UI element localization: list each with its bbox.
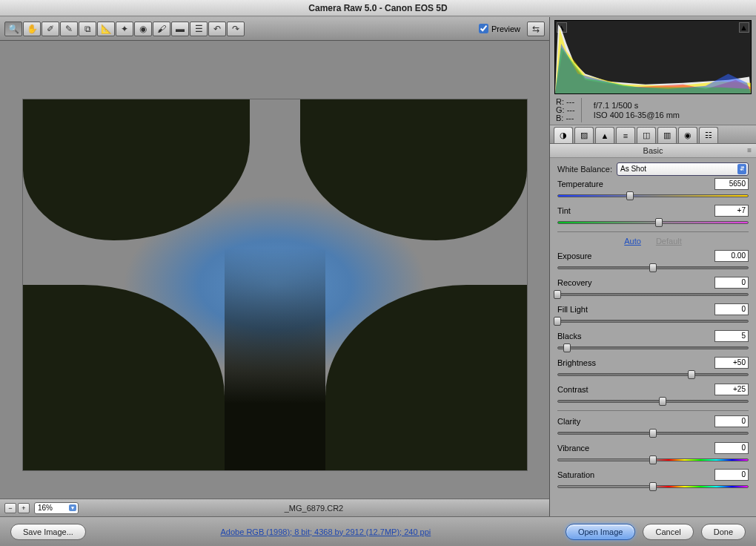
default-link[interactable]: Default [656,237,682,246]
cancel-button[interactable]: Cancel [643,524,693,540]
preview-checkbox-input[interactable] [479,24,488,33]
preferences-tool-icon[interactable]: ☰ [190,22,208,36]
tab-lens-icon[interactable]: ▥ [657,127,677,143]
tab-detail-icon[interactable]: ▲ [595,127,614,143]
contrast-value[interactable]: +25 [714,384,749,395]
white-balance-tool-icon[interactable]: ✐ [42,22,59,36]
hand-tool-icon[interactable]: ✋ [23,22,41,36]
blacks-slider[interactable] [557,343,749,352]
tint-row: Tint+7 [557,205,749,227]
white-balance-select[interactable]: As Shot [617,162,749,176]
image-canvas[interactable] [0,41,549,499]
aperture-shutter: f/7.1 1/500 s [594,101,680,111]
workflow-link[interactable]: Adobe RGB (1998); 8 bit; 4368 by 2912 (1… [221,527,431,536]
zoom-tool-icon[interactable]: 🔍 [4,22,22,36]
red-eye-tool-icon[interactable]: ◉ [134,22,152,36]
brightness-label: Brightness [557,358,596,367]
done-button[interactable]: Done [701,524,746,540]
white-balance-label: White Balance: [557,165,612,174]
clarity-label: Clarity [557,417,580,426]
tab-basic-icon[interactable]: ◑ [554,127,573,143]
color-sampler-tool-icon[interactable]: ✎ [60,22,78,36]
filllight-slider[interactable] [557,317,749,326]
preview-image [23,99,527,470]
recovery-slider[interactable] [557,290,749,299]
histogram-plot [555,21,751,93]
rgb-b: B: --- [556,114,575,122]
window-titlebar: Camera Raw 5.0 - Canon EOS 5D [0,0,756,16]
saturation-label: Saturation [557,470,594,479]
blacks-label: Blacks [557,332,581,341]
basic-panel: White Balance: As Shot Temperature5650 T… [550,158,756,516]
iso-lens: ISO 400 16-35@16 mm [594,111,680,120]
fullscreen-toggle-icon[interactable]: ⇆ [527,22,545,36]
preview-checkbox[interactable]: Preview [479,24,520,33]
contrast-slider[interactable] [557,397,749,406]
adjustment-brush-tool-icon[interactable]: 🖌 [153,22,170,36]
tab-split-icon[interactable]: ◫ [637,127,656,143]
tint-label: Tint [557,206,571,215]
straighten-tool-icon[interactable]: 📐 [97,22,115,36]
blacks-value[interactable]: 5 [714,330,749,342]
temperature-label: Temperature [557,180,603,188]
temperature-value[interactable]: 5650 [714,178,749,190]
zoom-out-button[interactable]: − [4,503,16,513]
right-pane: ▲ ▲ R: --- G: --- B: --- f/7.1 1/500 s I… [550,17,756,516]
exposure-value[interactable]: 0.00 [714,250,749,262]
filename-label: _MG_6879.CR2 [83,504,545,513]
crop-tool-icon[interactable]: ⧉ [79,22,96,36]
brightness-slider[interactable] [557,370,749,379]
spot-removal-tool-icon[interactable]: ✦ [116,22,133,36]
toolbar: 🔍 ✋ ✐ ✎ ⧉ 📐 ✦ ◉ 🖌 ▬ ☰ ↶ ↷ Preview ⇆ [0,17,549,41]
saturation-value[interactable]: 0 [714,469,749,481]
panel-title: Basic [550,144,756,158]
contrast-label: Contrast [557,385,588,394]
temperature-slider[interactable] [557,191,749,200]
left-pane: 🔍 ✋ ✐ ✎ ⧉ 📐 ✦ ◉ 🖌 ▬ ☰ ↶ ↷ Preview ⇆ [0,17,550,516]
tab-presets-icon[interactable]: ☷ [699,127,718,143]
panel-tabs: ◑ ▨ ▲ ≡ ◫ ▥ ◉ ☷ [550,125,756,144]
temperature-row: Temperature5650 [557,178,749,200]
recovery-value[interactable]: 0 [714,277,749,289]
tint-value[interactable]: +7 [714,205,749,217]
tab-curve-icon[interactable]: ▨ [574,127,594,143]
filllight-value[interactable]: 0 [714,303,749,315]
rotate-cw-tool-icon[interactable]: ↷ [227,22,245,36]
saturation-slider[interactable] [557,482,749,491]
vibrance-slider[interactable] [557,455,749,464]
exposure-slider[interactable] [557,263,749,272]
zoom-in-button[interactable]: + [18,503,30,513]
tint-slider[interactable] [557,218,749,227]
clarity-value[interactable]: 0 [714,415,749,427]
metadata-row: R: --- G: --- B: --- f/7.1 1/500 s ISO 4… [550,96,756,125]
rotate-ccw-tool-icon[interactable]: ↶ [208,22,226,36]
footer: Save Image... Adobe RGB (1998); 8 bit; 4… [0,516,756,546]
histogram[interactable]: ▲ ▲ [554,20,752,94]
exposure-label: Exposure [557,251,591,260]
brightness-value[interactable]: +50 [714,357,749,369]
zoom-select[interactable]: 16% [34,502,79,514]
open-image-button[interactable]: Open Image [566,524,636,540]
auto-link[interactable]: Auto [624,237,641,246]
filllight-label: Fill Light [557,305,588,314]
graduated-filter-tool-icon[interactable]: ▬ [171,22,189,36]
preview-label: Preview [491,24,520,33]
vibrance-value[interactable]: 0 [714,442,749,454]
clarity-slider[interactable] [557,429,749,438]
tab-hsl-icon[interactable]: ≡ [616,127,635,143]
tab-camera-icon[interactable]: ◉ [678,127,697,143]
status-bar: − + 16% _MG_6879.CR2 [0,499,549,516]
recovery-label: Recovery [557,278,591,287]
save-image-button[interactable]: Save Image... [10,524,86,540]
vibrance-label: Vibrance [557,444,589,453]
